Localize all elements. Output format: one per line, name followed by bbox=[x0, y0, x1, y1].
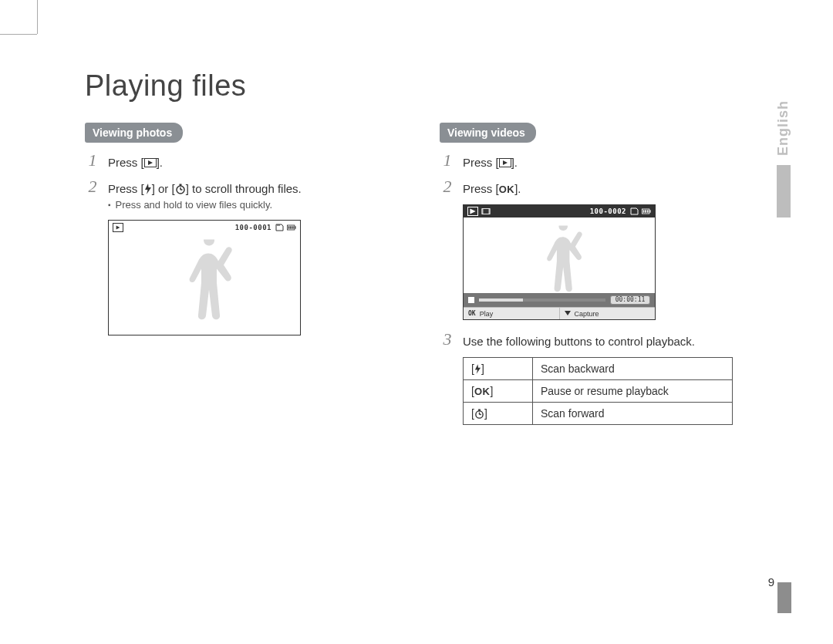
crop-mark-vertical bbox=[37, 0, 38, 34]
control-key-cell: [] bbox=[464, 403, 533, 425]
control-desc-cell: Scan forward bbox=[533, 403, 733, 425]
step-number: 1 bbox=[440, 152, 455, 169]
control-desc-cell: Scan backward bbox=[533, 358, 733, 380]
playback-icon bbox=[499, 158, 511, 167]
svg-marker-8 bbox=[116, 226, 120, 230]
svg-rect-20 bbox=[482, 209, 484, 214]
playback-icon bbox=[144, 158, 157, 167]
battery-icon bbox=[287, 224, 296, 231]
ok-label: OK bbox=[499, 184, 515, 195]
file-counter: 100-0001 bbox=[235, 224, 271, 231]
svg-rect-23 bbox=[649, 210, 650, 212]
step-number: 3 bbox=[440, 331, 455, 348]
step-text: Press [] or [] to scroll through files. … bbox=[108, 178, 409, 212]
step-text: Press []. bbox=[463, 152, 764, 170]
page-content: Playing files Viewing photos 1 Press [].… bbox=[85, 69, 764, 425]
control-key-cell: [] bbox=[464, 358, 533, 380]
svg-rect-12 bbox=[295, 226, 295, 228]
section-heading-videos: Viewing videos bbox=[440, 123, 536, 143]
memory-card-icon bbox=[275, 224, 284, 231]
crop-mark-horizontal bbox=[0, 34, 37, 35]
timecode: 00:00:11 bbox=[610, 295, 650, 305]
control-key-cell: [OK] bbox=[464, 380, 533, 403]
table-row: [OK] Pause or resume playback bbox=[464, 380, 733, 403]
ok-label: OK bbox=[474, 386, 491, 397]
screen-topbar: 100-0001 bbox=[109, 221, 300, 234]
file-counter: 100-0002 bbox=[590, 207, 626, 215]
svg-marker-28 bbox=[475, 364, 481, 374]
language-label: English bbox=[775, 100, 791, 156]
table-row: [] Scan forward bbox=[464, 403, 733, 425]
playback-mode-icon bbox=[467, 207, 478, 216]
person-silhouette bbox=[183, 239, 237, 328]
svg-rect-24 bbox=[643, 210, 645, 212]
flash-icon bbox=[474, 364, 481, 374]
person-silhouette bbox=[541, 226, 587, 299]
timer-icon bbox=[474, 409, 484, 419]
table-row: [] Scan backward bbox=[464, 358, 733, 380]
stop-icon bbox=[468, 297, 474, 303]
flash-icon bbox=[144, 184, 152, 194]
step-text: Press [OK]. bbox=[463, 178, 764, 197]
svg-rect-25 bbox=[645, 210, 646, 212]
page-number: 9 bbox=[768, 575, 774, 588]
step-number: 2 bbox=[440, 178, 455, 195]
video-file-icon bbox=[481, 207, 491, 215]
language-side-tab: English bbox=[775, 100, 791, 217]
playback-mode-icon bbox=[113, 223, 123, 232]
column-videos: Viewing videos 1 Press []. 2 Press [OK]. bbox=[440, 123, 764, 425]
svg-rect-13 bbox=[288, 226, 290, 228]
play-label: Play bbox=[480, 310, 494, 318]
svg-rect-26 bbox=[647, 210, 649, 212]
svg-marker-27 bbox=[565, 311, 571, 315]
svg-marker-2 bbox=[145, 184, 151, 194]
column-photos: Viewing photos 1 Press []. 2 Press [] or… bbox=[85, 123, 409, 425]
svg-rect-14 bbox=[290, 226, 292, 228]
section-heading-photos: Viewing photos bbox=[85, 123, 183, 143]
video-body: 00:00:11 bbox=[464, 217, 655, 307]
ok-key-label: OK bbox=[468, 310, 476, 317]
tab-block-light bbox=[777, 165, 791, 217]
down-arrow-icon bbox=[565, 310, 571, 316]
playback-controls-table: [] Scan backward [OK] Pause or resume pl… bbox=[463, 357, 733, 425]
battery-icon bbox=[642, 207, 651, 215]
step-sub-note: ▪Press and hold to view files quickly. bbox=[108, 198, 409, 212]
step-text: Press []. bbox=[108, 152, 409, 170]
svg-marker-18 bbox=[470, 209, 475, 214]
columns: Viewing photos 1 Press []. 2 Press [] or… bbox=[85, 123, 764, 425]
capture-label: Capture bbox=[575, 310, 599, 318]
photo-screen-mockup: 100-0001 bbox=[108, 220, 301, 335]
control-desc-cell: Pause or resume playback bbox=[533, 380, 733, 403]
svg-marker-17 bbox=[503, 160, 508, 165]
step-number: 2 bbox=[85, 178, 100, 195]
video-topbar: 100-0002 bbox=[464, 205, 655, 217]
progress-bar bbox=[479, 298, 605, 302]
video-screen-mockup: 100-0002 00:00:11 bbox=[463, 204, 656, 320]
step-number: 1 bbox=[85, 152, 100, 169]
tab-block-dark bbox=[777, 582, 791, 613]
video-footer: OK Play Capture bbox=[464, 307, 655, 319]
svg-rect-21 bbox=[488, 209, 490, 214]
svg-marker-1 bbox=[148, 160, 153, 165]
svg-rect-15 bbox=[292, 226, 294, 228]
timer-icon bbox=[175, 184, 186, 194]
page-title: Playing files bbox=[85, 69, 764, 103]
progress-bar-row: 00:00:11 bbox=[464, 293, 655, 307]
step-text: Use the following buttons to control pla… bbox=[463, 331, 764, 349]
memory-card-icon bbox=[629, 207, 639, 215]
